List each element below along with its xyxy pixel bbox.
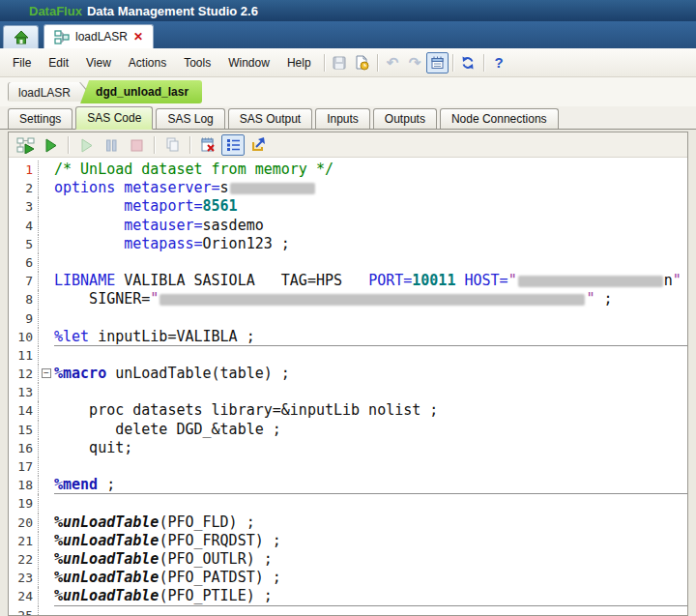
code-editor[interactable]: 1/* UnLoad dataset from memory */2option… — [9, 158, 687, 615]
code-line[interactable]: 24%unLoadTable(PFO_PTILE) ; — [9, 587, 687, 605]
code-line[interactable]: 17 — [9, 457, 687, 476]
doc-tab-loadlasr[interactable]: loadLASR ✕ — [44, 24, 154, 48]
nav-tab-strip: loadLASR ✕ — [0, 21, 696, 48]
code-line[interactable]: 19 — [9, 494, 687, 513]
open-in-editor-icon[interactable] — [246, 134, 270, 156]
code-line[interactable]: 15 delete DGD_&table ; — [9, 421, 687, 439]
copy-icon[interactable] — [160, 134, 184, 156]
tab-settings[interactable]: Settings — [8, 108, 72, 129]
code-line[interactable]: 12−%macro unLoadTable(table) ; — [9, 365, 687, 383]
code-line[interactable]: 9 — [9, 309, 687, 328]
code-token — [54, 197, 124, 215]
code-line[interactable]: 16 quit; — [9, 439, 687, 457]
line-number: 5 — [9, 235, 39, 253]
tab-sas-log[interactable]: SAS Log — [156, 108, 224, 129]
stop-icon[interactable] — [125, 134, 148, 156]
menu-actions[interactable]: Actions — [120, 51, 175, 74]
clear-code-icon[interactable] — [196, 134, 219, 156]
line-number: 18 — [9, 476, 39, 494]
code-token: %unLoadTable — [54, 532, 159, 549]
code-line[interactable]: 21%unLoadTable(PFO_FRQDST) ; — [9, 532, 687, 550]
code-line[interactable]: 5 metapass=Orion123 ; — [9, 235, 687, 253]
code-token: SIGNER= — [54, 290, 150, 308]
code-line[interactable]: 6 — [9, 253, 687, 272]
line-number: 17 — [9, 457, 39, 476]
help-icon[interactable]: ? — [488, 52, 510, 73]
tab-sas-code[interactable]: SAS Code — [75, 106, 153, 130]
code-line[interactable]: 22%unLoadTable(PFO_OUTLR) ; — [9, 550, 687, 569]
code-token: n — [664, 272, 673, 289]
toolbar-separator — [189, 136, 190, 154]
code-token: %unLoadTable — [54, 513, 159, 531]
fold-column — [39, 532, 54, 550]
doc-tabs: Settings SAS Code SAS Log SAS Output Inp… — [0, 106, 696, 130]
close-icon[interactable]: ✕ — [133, 30, 143, 44]
code-line[interactable]: 11 — [9, 346, 687, 365]
code-line[interactable]: 20%unLoadTable(PFO_FLD) ; — [9, 513, 687, 532]
code-line[interactable]: 7LIBNAME VALIBLA SASIOLA TAG=HPS PORT=10… — [9, 272, 687, 290]
line-number: 23 — [9, 569, 39, 587]
undo-icon[interactable]: ↶ — [382, 52, 404, 73]
code-token: metaport= — [124, 197, 202, 215]
fold-column — [39, 421, 54, 439]
line-number: 19 — [9, 494, 39, 513]
tab-node-connections[interactable]: Node Connections — [440, 108, 559, 129]
tab-inputs[interactable]: Inputs — [315, 108, 370, 129]
breadcrumb-item-dgd-unload-lasr[interactable]: dgd_unload_lasr — [80, 80, 202, 103]
tab-outputs[interactable]: Outputs — [373, 108, 437, 129]
menu-window[interactable]: Window — [219, 51, 278, 74]
breadcrumb-item-loadlasr[interactable]: loadLASR — [8, 82, 89, 102]
run-job-icon[interactable] — [14, 134, 37, 156]
code-token: 8561 — [203, 197, 238, 215]
menu-tools[interactable]: Tools — [175, 51, 219, 74]
code-text — [54, 457, 687, 476]
fold-toggle-icon[interactable]: − — [42, 368, 51, 378]
redaction-blur — [230, 183, 315, 194]
code-line[interactable]: 3 metaport=8561 — [9, 197, 687, 216]
line-numbers-toggle-icon[interactable] — [221, 134, 245, 156]
code-line[interactable]: 4 metauser=sasdemo — [9, 217, 687, 235]
fold-column — [39, 290, 54, 308]
redaction-blur — [518, 276, 663, 287]
code-token: %let — [54, 328, 89, 345]
code-line[interactable]: 18%mend ; — [9, 476, 687, 494]
window-title-bar: DataFlux Data Management Studio 2.6 — [0, 0, 696, 21]
line-number: 14 — [9, 401, 39, 420]
refresh-icon[interactable] — [457, 52, 479, 73]
code-token: LIBNAME — [54, 272, 115, 289]
redo-icon[interactable]: ↷ — [404, 52, 426, 73]
code-text: quit; — [54, 439, 687, 457]
continue-icon[interactable] — [74, 134, 98, 156]
save-icon[interactable] — [329, 52, 351, 73]
home-tab[interactable] — [3, 25, 39, 48]
code-text — [54, 606, 687, 616]
menu-file[interactable]: File — [4, 51, 40, 74]
menu-edit[interactable]: Edit — [40, 51, 77, 74]
code-line[interactable]: 25 — [9, 606, 687, 616]
log-icon[interactable] — [426, 52, 449, 73]
code-text: %unLoadTable(PFO_OUTLR) ; — [54, 550, 687, 569]
doc-tab-label: loadLASR — [75, 30, 128, 44]
code-line[interactable]: 13 — [9, 383, 687, 401]
code-area[interactable]: 1/* UnLoad dataset from memory */2option… — [9, 161, 687, 615]
menu-view[interactable]: View — [77, 51, 120, 74]
code-token: %unLoadTable — [54, 569, 159, 586]
tab-sas-output[interactable]: SAS Output — [228, 108, 312, 129]
code-line[interactable]: 14 proc datasets library=&inputLib nolis… — [9, 401, 687, 420]
code-line[interactable]: 8 SIGNER="" ; — [9, 290, 687, 308]
code-line[interactable]: 1/* UnLoad dataset from memory */ — [9, 161, 687, 179]
code-line[interactable]: 23%unLoadTable(PFO_PATDST) ; — [9, 569, 687, 587]
code-token: unLoadTable(table) ; — [106, 365, 290, 382]
fold-column — [39, 513, 54, 532]
code-line[interactable]: 2options metaserver=s — [9, 179, 687, 197]
pause-icon[interactable] — [100, 134, 123, 156]
code-token — [54, 235, 124, 252]
code-text — [54, 494, 687, 513]
code-line[interactable]: 10%let inputLib=VALIBLA ; — [9, 328, 687, 346]
run-icon[interactable] — [39, 134, 62, 156]
menu-help[interactable]: Help — [278, 51, 320, 74]
code-text: metapass=Orion123 ; — [54, 235, 687, 253]
save-as-icon[interactable] — [351, 52, 373, 73]
line-number: 11 — [9, 346, 39, 365]
line-number: 8 — [9, 290, 39, 308]
